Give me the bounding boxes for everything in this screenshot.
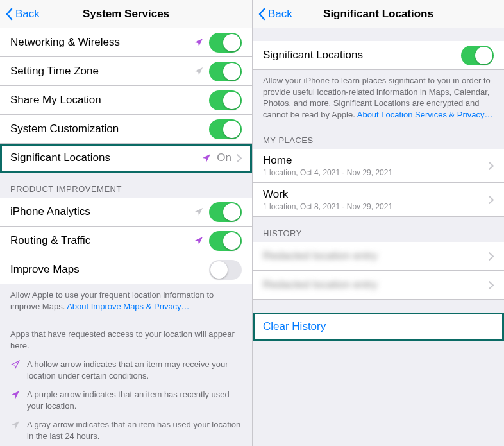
row-subtitle: 1 location, Oct 4, 2021 - Nov 29, 2021: [263, 168, 489, 177]
row-place-work[interactable]: Work 1 location, Oct 8, 2021 - Nov 29, 2…: [253, 183, 504, 217]
page-title: Significant Locations: [323, 8, 433, 21]
toggle-share-location[interactable]: [209, 90, 242, 110]
back-label: Back: [268, 8, 292, 21]
chevron-right-icon: [489, 252, 494, 261]
clear-history-label: Clear History: [263, 315, 494, 338]
location-arrow-icon: [194, 37, 204, 47]
section-history: HISTORY: [253, 217, 504, 242]
legend-gray: A gray arrow indicates that an item has …: [0, 415, 252, 445]
system-services-pane: Back System Services Networking & Wirele…: [0, 0, 252, 446]
row-label: Redacted location entry: [263, 244, 489, 268]
toggle-system-customization[interactable]: [209, 119, 242, 139]
row-history-item[interactable]: Redacted location entry: [253, 242, 504, 271]
row-significant-locations[interactable]: Significant Locations On: [0, 144, 252, 173]
location-arrow-icon: [10, 420, 21, 430]
location-arrow-icon: [10, 390, 21, 400]
chevron-left-icon: [5, 8, 13, 21]
row-subtitle: 1 location, Oct 8, 2021 - Nov 29, 2021: [263, 202, 489, 211]
toggle-timezone[interactable]: [209, 62, 242, 81]
legend-purple: A purple arrow indicates that an item ha…: [0, 385, 252, 415]
significant-locations-pane: Back Significant Locations Significant L…: [252, 0, 504, 446]
footer-improve-maps: Allow Apple to use your frequent locatio…: [0, 284, 252, 316]
content-scroll[interactable]: Networking & Wireless Setting Time Zone …: [0, 28, 252, 446]
nav-bar: Back System Services: [0, 0, 252, 28]
row-clear-history[interactable]: Clear History: [253, 313, 504, 341]
row-label: Significant Locations: [10, 146, 201, 169]
toggle-networking[interactable]: [209, 33, 242, 53]
row-label: Setting Time Zone: [10, 60, 194, 83]
page-title: System Services: [83, 8, 169, 21]
footer-description: Allow your iPhone to learn places signif…: [253, 70, 504, 124]
back-button[interactable]: Back: [5, 8, 40, 21]
row-iphone-analytics[interactable]: iPhone Analytics: [0, 198, 252, 227]
row-label: Improve Maps: [10, 258, 209, 281]
footer-apps-note: Apps that have requested access to your …: [0, 316, 252, 355]
row-label: Networking & Wireless: [10, 31, 194, 54]
row-label: Routing & Traffic: [10, 229, 194, 252]
location-arrow-icon: [194, 66, 204, 76]
location-arrow-hollow-icon: [10, 359, 21, 370]
back-label: Back: [15, 8, 40, 21]
row-label: System Customization: [10, 117, 209, 141]
toggle-improve-maps[interactable]: [209, 260, 242, 280]
row-status: On: [217, 151, 231, 164]
location-arrow-icon: [194, 207, 204, 217]
legend-hollow: A hollow arrow indicates that an item ma…: [0, 355, 252, 385]
toggle-routing[interactable]: [209, 231, 242, 251]
link-improve-maps-privacy[interactable]: About Improve Maps & Privacy…: [67, 302, 189, 311]
chevron-left-icon: [258, 8, 265, 21]
nav-bar: Back Significant Locations: [253, 0, 504, 28]
link-location-privacy[interactable]: About Location Services & Privacy…: [357, 110, 493, 119]
row-label: Redacted location entry: [263, 273, 489, 296]
row-routing-traffic[interactable]: Routing & Traffic: [0, 227, 252, 255]
chevron-right-icon: [489, 162, 494, 170]
row-history-item[interactable]: Redacted location entry: [253, 271, 504, 300]
row-label: Share My Location: [10, 89, 209, 112]
section-my-places: MY PLACES: [253, 124, 504, 149]
row-significant-locations-toggle[interactable]: Significant Locations: [253, 41, 504, 70]
toggle-analytics[interactable]: [209, 202, 242, 222]
section-product-improvement: PRODUCT IMPROVEMENT: [0, 173, 252, 198]
back-button[interactable]: Back: [258, 8, 292, 21]
row-place-home[interactable]: Home 1 location, Oct 4, 2021 - Nov 29, 2…: [253, 149, 504, 183]
row-label: Work 1 location, Oct 8, 2021 - Nov 29, 2…: [263, 183, 489, 216]
location-arrow-icon: [194, 236, 204, 246]
row-label: Significant Locations: [263, 44, 461, 67]
toggle-significant-locations[interactable]: [461, 46, 494, 65]
row-setting-time-zone[interactable]: Setting Time Zone: [0, 57, 252, 86]
chevron-right-icon: [237, 154, 242, 162]
row-improve-maps[interactable]: Improve Maps: [0, 255, 252, 284]
row-label: iPhone Analytics: [10, 200, 194, 223]
row-share-my-location[interactable]: Share My Location: [0, 86, 252, 115]
chevron-right-icon: [489, 196, 494, 204]
content-scroll[interactable]: Significant Locations Allow your iPhone …: [253, 28, 504, 446]
row-networking-wireless[interactable]: Networking & Wireless: [0, 28, 252, 57]
chevron-right-icon: [489, 281, 494, 289]
location-arrow-icon: [201, 153, 212, 163]
row-system-customization[interactable]: System Customization: [0, 115, 252, 144]
row-label: Home 1 location, Oct 4, 2021 - Nov 29, 2…: [263, 149, 489, 182]
